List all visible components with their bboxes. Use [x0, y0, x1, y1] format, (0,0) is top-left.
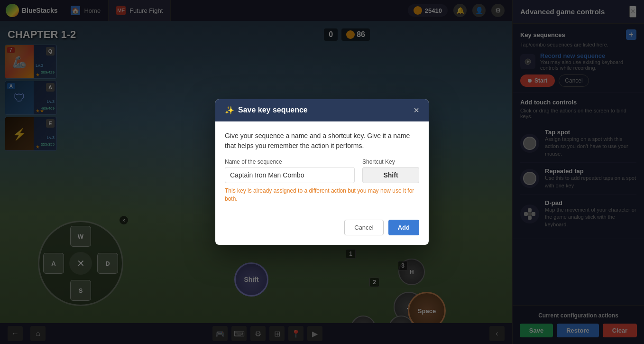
sequence-name-field: Name of the sequence: [225, 158, 355, 183]
modal-overlay: ✨ Save key sequence × Give your sequence…: [0, 0, 644, 344]
modal-fields: Name of the sequence Shortcut Key: [225, 158, 419, 183]
sequence-name-label: Name of the sequence: [225, 158, 355, 165]
modal-title: ✨ Save key sequence: [225, 106, 308, 115]
modal-cancel-button[interactable]: Cancel: [344, 220, 383, 235]
modal-footer: Cancel Add: [215, 220, 429, 245]
wand-icon: ✨: [225, 106, 234, 115]
save-sequence-modal: ✨ Save key sequence × Give your sequence…: [215, 99, 429, 245]
shortcut-key-input[interactable]: [362, 167, 419, 183]
modal-close-button[interactable]: ×: [414, 105, 419, 116]
warning-text: This key is already assigned to a differ…: [225, 187, 419, 203]
modal-add-button[interactable]: Add: [388, 220, 419, 235]
shortcut-key-label: Shortcut Key: [362, 158, 419, 165]
modal-description: Give your sequence a name and a shortcut…: [225, 131, 419, 151]
sequence-name-input[interactable]: [225, 167, 355, 183]
modal-header: ✨ Save key sequence ×: [215, 99, 429, 121]
modal-body: Give your sequence a name and a shortcut…: [215, 121, 429, 220]
shortcut-key-field: Shortcut Key: [362, 158, 419, 183]
